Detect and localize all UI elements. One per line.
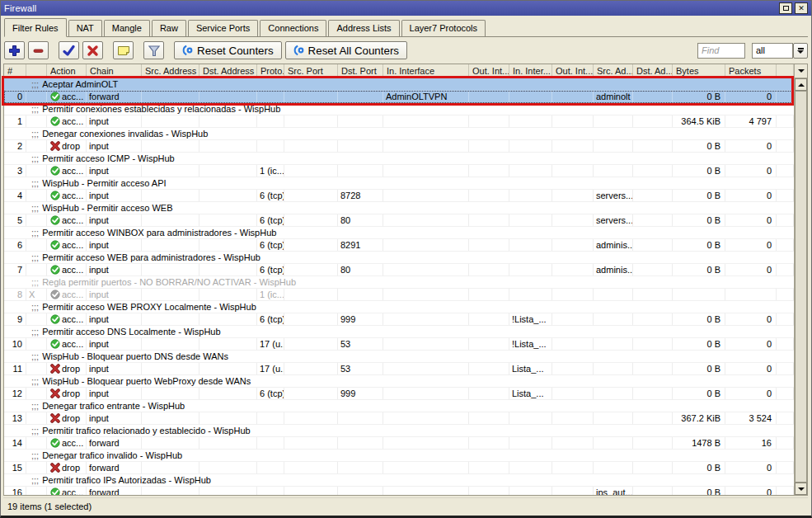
rule-row-6[interactable]: 6acc...input6 (tcp)8291adminis...0 B0: [4, 239, 794, 252]
disable-rule-button[interactable]: [82, 41, 103, 59]
rule-row-1[interactable]: 1acc...input364.5 KiB4 797: [4, 115, 794, 128]
rule-row-12[interactable]: 12dropinput6 (tcp)999Lista_...0 B0: [4, 388, 794, 400]
scroll-up-icon[interactable]: [795, 78, 807, 91]
remove-rule-button[interactable]: [28, 41, 49, 59]
comment-row[interactable]: ;;;Permitir trafico relacionado y establ…: [4, 425, 794, 437]
title-bar[interactable]: Firewall ✕: [1, 1, 811, 16]
restore-icon[interactable]: [779, 2, 792, 14]
tab-nat[interactable]: NAT: [68, 20, 102, 36]
rule-row-0[interactable]: 0acc...forwardAdminOLTVPNadminolt0 B0: [4, 91, 794, 103]
column-header-[interactable]: #: [4, 64, 26, 78]
comment-text: WispHub - Permitir acceso WEB: [42, 203, 172, 213]
scrollbar-thumb[interactable]: [795, 91, 807, 483]
rule-pad: [777, 363, 794, 375]
rule-dst-address: [199, 313, 257, 326]
column-header-in-interface[interactable]: In. Interface: [383, 64, 469, 78]
column-header-dst-ad[interactable]: Dst. Ad...: [633, 64, 673, 78]
column-header-proto[interactable]: Proto...: [257, 64, 284, 78]
column-header-blank-1[interactable]: [26, 64, 47, 78]
column-header-packets[interactable]: Packets: [725, 64, 777, 78]
comment-row[interactable]: ;;;Permitir acceso WINBOX para administr…: [4, 227, 794, 239]
rule-dst-address: [199, 140, 257, 153]
add-rule-button[interactable]: [4, 41, 25, 59]
comment-row[interactable]: ;;;Regla permitir puertos - NO BORRAR/NO…: [4, 276, 794, 289]
minus-icon: [32, 45, 45, 57]
rule-pad: [777, 190, 794, 202]
filter-dropdown-icon[interactable]: [793, 43, 808, 59]
rule-chain: input: [87, 264, 142, 276]
comment-row[interactable]: ;;;WispHub - Permitir acceso WEB: [4, 202, 794, 214]
reset-counters-button[interactable]: Reset Counters: [174, 41, 282, 59]
rule-in-interface: AdminOLTVPN: [383, 91, 469, 103]
tab-filter-rules[interactable]: Filter Rules: [4, 18, 67, 37]
comment-row[interactable]: ;;;Permitir trafico IPs Autorizadas - Wi…: [4, 474, 794, 487]
funnel-icon: [148, 45, 161, 57]
rule-row-4[interactable]: 4acc...input6 (tcp)8728servers...0 B0: [4, 190, 794, 202]
comment-row[interactable]: ;;;WispHub - Bloquear puerto DNS desde W…: [4, 351, 794, 363]
rule-in-interface: [383, 239, 469, 252]
rule-bytes: 0 B: [673, 239, 725, 252]
reset-counters-label: Reset Counters: [197, 45, 274, 57]
comment-row[interactable]: ;;;WispHub - Permitir acceso API: [4, 177, 794, 190]
comment-row[interactable]: ;;;Permitir acceso DNS Localmente - Wisp…: [4, 326, 794, 338]
action-label: drop: [62, 363, 80, 374]
table-header: #ActionChainSrc. AddressDst. AddressProt…: [4, 64, 794, 78]
column-header-bytes[interactable]: Bytes: [673, 64, 725, 78]
rule-row-14[interactable]: 14acc...forward1478 B16: [4, 437, 794, 450]
column-header-action[interactable]: Action: [47, 64, 87, 78]
action-label: acc...: [62, 91, 83, 102]
rule-row-5[interactable]: 5acc...input6 (tcp)80servers...0 B0: [4, 214, 794, 227]
column-header-out-int[interactable]: Out. Int...: [552, 64, 594, 78]
column-header-dst-address[interactable]: Dst. Address: [199, 64, 257, 78]
tab-service-ports[interactable]: Service Ports: [188, 20, 258, 36]
rule-row-8[interactable]: 8Xacc...input1 (ic...: [4, 289, 794, 301]
rule-row-2[interactable]: 2dropinput0 B0: [4, 140, 794, 153]
tab-address-lists[interactable]: Address Lists: [328, 20, 399, 36]
rule-row-11[interactable]: 11dropinput17 (u...53Lista_...0 B0: [4, 363, 794, 375]
column-header-chain[interactable]: Chain: [87, 64, 142, 78]
reset-all-counters-button[interactable]: Reset All Counters: [285, 41, 407, 59]
rule-row-3[interactable]: 3acc...input1 (ic...0 B0: [4, 165, 794, 177]
column-header-src-address[interactable]: Src. Address: [142, 64, 199, 78]
comment-row[interactable]: ;;;Permitir acceso WEB para administrado…: [4, 252, 794, 264]
tab-layer7-protocols[interactable]: Layer7 Protocols: [401, 20, 486, 36]
column-header-src-port[interactable]: Src. Port: [284, 64, 338, 78]
comment-row[interactable]: ;;;Denegar trafico entrante - WispHub: [4, 400, 794, 412]
tab-raw[interactable]: Raw: [152, 20, 186, 36]
tab-connections[interactable]: Connections: [260, 20, 326, 36]
filter-button[interactable]: [143, 41, 164, 59]
rule-src-address: [142, 239, 199, 252]
column-header-in-inter[interactable]: In. Inter...: [509, 64, 552, 78]
comment-row[interactable]: ;;;Denegar trafico invalido - WispHub: [4, 450, 794, 462]
rule-filter-select[interactable]: all: [752, 43, 793, 59]
column-header-dst-port[interactable]: Dst. Port: [338, 64, 383, 78]
comment-row[interactable]: ;;;Permitir acceso ICMP - WispHub: [4, 153, 794, 165]
comment-row[interactable]: ;;;Denegar conexiones invalidas - WispHu…: [4, 128, 794, 140]
scroll-down-icon[interactable]: [795, 483, 807, 495]
rule-row-15[interactable]: 15dropforward0 B0: [4, 462, 794, 474]
comment-row[interactable]: ;;;Aceptar AdminOLT: [4, 78, 794, 91]
rule-row-16[interactable]: 16acc...forwardips_aut...0 B0: [4, 487, 794, 495]
comment-row[interactable]: ;;;WispHub - Bloquear puerto WebProxy de…: [4, 375, 794, 388]
comment-button[interactable]: [113, 41, 134, 59]
rule-action: acc...: [47, 214, 87, 227]
column-select-icon[interactable]: [794, 64, 807, 78]
column-header-blank-17[interactable]: [777, 64, 794, 78]
comment-row[interactable]: ;;;Permitir conexiones establecidas y re…: [4, 103, 794, 115]
column-header-out-int[interactable]: Out. Int...: [469, 64, 509, 78]
vertical-scrollbar[interactable]: [794, 78, 807, 495]
rule-row-9[interactable]: 9acc...input6 (tcp)999!Lista_...0 B0: [4, 313, 794, 326]
rule-row-7[interactable]: 7acc...input6 (tcp)80adminis...0 B0: [4, 264, 794, 276]
enable-rule-button[interactable]: [59, 41, 79, 59]
rule-out-interface: [469, 190, 509, 202]
rule-row-10[interactable]: 10acc...input17 (u...53!Lista_...0 B0: [4, 338, 794, 351]
drop-icon: [50, 413, 60, 423]
tab-mangle[interactable]: Mangle: [104, 20, 150, 36]
rule-row-13[interactable]: 13dropinput367.2 KiB3 524: [4, 412, 794, 425]
rule-number: 8: [4, 289, 26, 301]
column-header-src-ad[interactable]: Src. Ad...: [594, 64, 633, 78]
find-input[interactable]: [697, 43, 745, 59]
rule-in-interface-list: Lista_...: [509, 363, 552, 375]
close-icon[interactable]: ✕: [795, 2, 808, 14]
comment-row[interactable]: ;;;Permitir acceso WEB PROXY Localmente …: [4, 301, 794, 313]
